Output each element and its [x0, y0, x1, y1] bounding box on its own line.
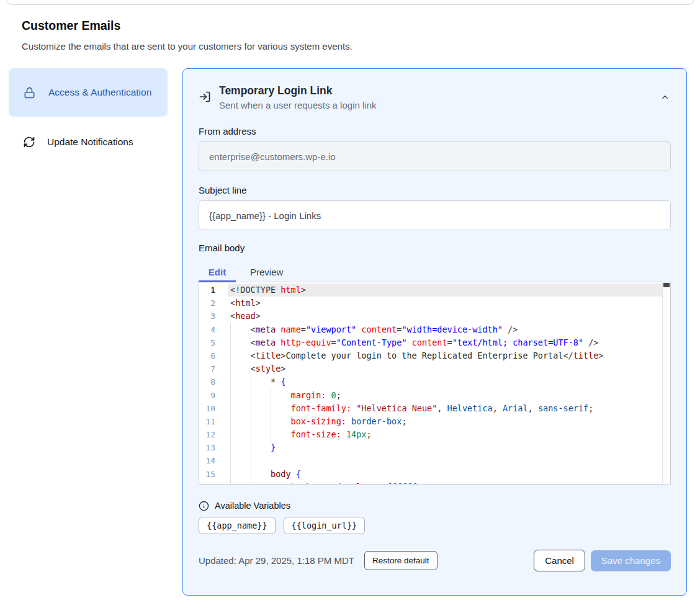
- chevron-up-icon: [660, 92, 670, 102]
- from-address-input: [199, 141, 671, 171]
- line-number: 5: [199, 336, 219, 349]
- code-line: 6 <title>Complete your login to the Repl…: [199, 349, 670, 362]
- login-icon: [199, 91, 211, 103]
- code-line: 8 * {: [199, 375, 670, 388]
- tab-edit[interactable]: Edit: [199, 259, 236, 282]
- refresh-icon: [23, 136, 35, 148]
- line-number: 10: [199, 402, 219, 415]
- line-number: 1: [199, 284, 219, 297]
- code-line: 7 <style>: [199, 362, 670, 375]
- from-address-label: From address: [199, 126, 671, 136]
- line-number: 7: [199, 362, 219, 375]
- page-title: Customer Emails: [22, 19, 120, 33]
- updated-timestamp: Updated: Apr 29, 2025, 1:18 PM MDT: [199, 555, 354, 566]
- page-description: Customize the emails that are sent to yo…: [22, 41, 352, 51]
- email-body-code-editor[interactable]: 1<!DOCTYPE html>2<html>3<head>4 <meta na…: [199, 282, 671, 485]
- previous-card-edge: [6, 0, 694, 5]
- cancel-button[interactable]: Cancel: [534, 550, 585, 571]
- panel-header-text: Temporary Login Link Sent when a user re…: [219, 84, 376, 110]
- code-line: 11 box-sizing: border-box;: [199, 415, 670, 428]
- code-line: 4 <meta name="viewport" content="width=d…: [199, 323, 670, 336]
- available-variables-label: Available Variables: [215, 501, 290, 511]
- panel-header: Temporary Login Link Sent when a user re…: [199, 84, 671, 114]
- code-line: 14: [199, 454, 670, 467]
- code-line: 12 font-size: 14px;: [199, 428, 670, 441]
- code-line: 2<html>: [199, 297, 670, 310]
- code-line: 1<!DOCTYPE html>: [199, 284, 670, 297]
- code-line: 16 background-color: #ffffff;: [199, 481, 670, 485]
- editor-scrollbar[interactable]: [662, 282, 670, 484]
- panel-footer: Updated: Apr 29, 2025, 1:18 PM MDT Resto…: [199, 550, 671, 571]
- line-number: 2: [199, 297, 219, 310]
- sidebar-item-label: Access & Authentication: [48, 85, 154, 101]
- line-number: 9: [199, 389, 219, 402]
- code-lines: 1<!DOCTYPE html>2<html>3<head>4 <meta na…: [199, 282, 670, 485]
- variable-chip[interactable]: {{login_url}}: [284, 517, 366, 534]
- tab-preview[interactable]: Preview: [250, 259, 283, 282]
- subject-line-input[interactable]: [199, 200, 671, 230]
- variable-chip[interactable]: {{app_name}}: [199, 517, 276, 534]
- line-number: 6: [199, 349, 219, 362]
- email-settings-panel: Temporary Login Link Sent when a user re…: [182, 68, 687, 596]
- line-number: 8: [199, 375, 219, 388]
- code-line: 3<head>: [199, 310, 670, 323]
- info-icon: [199, 501, 209, 511]
- line-number: 13: [199, 441, 219, 454]
- code-line: 15 body {: [199, 468, 670, 481]
- email-body-tabs: Edit Preview: [199, 259, 671, 282]
- settings-sidebar: Access & Authentication Update Notificat…: [9, 68, 168, 157]
- save-changes-button[interactable]: Save changes: [591, 550, 671, 571]
- code-line: 5 <meta http-equiv="Content-Type" conten…: [199, 336, 670, 349]
- restore-default-button[interactable]: Restore default: [364, 551, 437, 570]
- line-number: 15: [199, 468, 219, 481]
- collapse-panel-button[interactable]: [660, 92, 670, 102]
- code-line: 10 font-family: "Helvetica Neue", Helvet…: [199, 402, 670, 415]
- line-number: 11: [199, 415, 219, 428]
- line-number: 12: [199, 428, 219, 441]
- editor-scrollbar-thumb[interactable]: [663, 283, 670, 287]
- line-number: 14: [199, 454, 219, 467]
- available-variables-row: Available Variables: [199, 499, 671, 512]
- code-line: 9 margin: 0;: [199, 389, 670, 402]
- sidebar-item-update-notifications[interactable]: Update Notifications: [9, 127, 168, 157]
- email-body-label: Email body: [199, 243, 671, 253]
- variable-chips: {{app_name}}{{login_url}}: [199, 517, 671, 534]
- subject-line-label: Subject line: [199, 185, 671, 195]
- code-line: 13 }: [199, 441, 670, 454]
- sidebar-item-access-authentication[interactable]: Access & Authentication: [9, 68, 168, 117]
- line-number: 3: [199, 310, 219, 323]
- sidebar-item-label: Update Notifications: [47, 136, 133, 148]
- line-number: 4: [199, 323, 219, 336]
- line-number: 16: [199, 481, 219, 485]
- panel-title: Temporary Login Link: [219, 84, 376, 98]
- panel-subtitle: Sent when a user requests a login link: [219, 100, 376, 110]
- lock-icon: [24, 87, 35, 99]
